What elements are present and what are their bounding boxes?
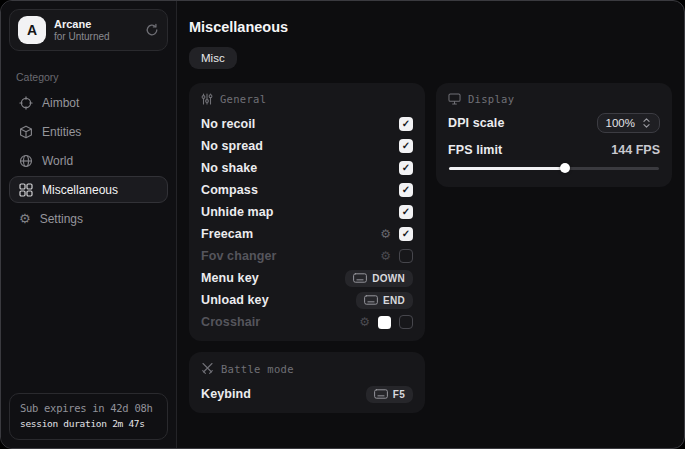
unload-key-button[interactable]: END xyxy=(356,292,413,309)
dpi-scale-select[interactable]: 100% xyxy=(597,113,660,133)
sidebar: A Arcane for Unturned Category Aimbot xyxy=(1,1,177,448)
sidebar-item-miscellaneous[interactable]: Miscellaneous xyxy=(9,176,168,203)
row-label: No spread xyxy=(201,139,399,153)
compass-checkbox[interactable]: ✓ xyxy=(399,183,413,197)
row-label: Crosshair xyxy=(201,315,359,329)
slider-thumb[interactable] xyxy=(560,163,570,173)
sidebar-item-entities[interactable]: Entities xyxy=(9,118,168,145)
left-column: General No recoil ✓ No spread ✓ No shake… xyxy=(189,83,425,413)
fps-limit-slider[interactable] xyxy=(449,161,659,175)
page-title: Miscellaneous xyxy=(189,19,669,35)
fov-changer-checkbox[interactable] xyxy=(399,249,413,263)
sidebar-item-aimbot[interactable]: Aimbot xyxy=(9,89,168,116)
row-no-spread: No spread ✓ xyxy=(201,135,413,157)
brand-avatar: A xyxy=(18,16,46,44)
fov-changer-settings-gear-icon[interactable]: ⚙ xyxy=(380,250,391,262)
brand-card: A Arcane for Unturned xyxy=(9,9,168,51)
battle-mode-panel: Battle mode Keybind F5 xyxy=(189,352,425,413)
row-fov-changer: Fov changer ⚙ xyxy=(201,245,413,267)
gear-icon: ⚙ xyxy=(19,212,31,225)
general-panel-header: General xyxy=(201,93,413,105)
sidebar-item-settings[interactable]: ⚙ Settings xyxy=(9,205,168,232)
sidebar-spacer xyxy=(1,232,176,385)
menu-key-button[interactable]: DOWN xyxy=(345,270,413,287)
keyboard-icon xyxy=(364,295,378,305)
row-label: Freecam xyxy=(201,227,380,241)
panel-columns: General No recoil ✓ No spread ✓ No shake… xyxy=(189,83,669,413)
battle-keybind-button[interactable]: F5 xyxy=(366,386,413,403)
slider-fill xyxy=(449,167,565,170)
keybind-value: END xyxy=(383,295,405,306)
crosshair-settings-gear-icon[interactable]: ⚙ xyxy=(359,316,370,328)
crosshair-icon xyxy=(19,96,33,110)
brand-title: Arcane xyxy=(54,18,137,31)
session-duration-text: session duration 2m 47s xyxy=(20,417,157,431)
no-spread-checkbox[interactable]: ✓ xyxy=(399,139,413,153)
keybind-value: F5 xyxy=(393,389,405,400)
refresh-icon[interactable] xyxy=(145,23,159,37)
row-label: Fov changer xyxy=(201,249,380,263)
main-content: Miscellaneous Misc General xyxy=(177,1,684,448)
row-label: Unhide map xyxy=(201,205,399,219)
crosshair-color-swatch[interactable] xyxy=(378,316,391,329)
row-dpi-scale: DPI scale 100% xyxy=(448,113,660,133)
freecam-checkbox[interactable]: ✓ xyxy=(399,227,413,241)
unhide-map-checkbox[interactable]: ✓ xyxy=(399,205,413,219)
check-icon: ✓ xyxy=(402,163,410,173)
monitor-icon xyxy=(448,93,461,105)
keyboard-icon xyxy=(374,389,388,399)
display-panel: Display DPI scale 100% FPS limit xyxy=(436,83,672,187)
check-icon: ✓ xyxy=(402,119,410,129)
no-recoil-checkbox[interactable]: ✓ xyxy=(399,117,413,131)
row-label: Unload key xyxy=(201,293,356,307)
row-no-shake: No shake ✓ xyxy=(201,157,413,179)
general-panel: General No recoil ✓ No spread ✓ No shake… xyxy=(189,83,425,341)
panel-title: Battle mode xyxy=(221,363,294,375)
row-label: DPI scale xyxy=(448,116,597,130)
dpi-scale-value: 100% xyxy=(606,117,635,129)
sidebar-item-label: Settings xyxy=(40,212,83,226)
row-label: Keybind xyxy=(201,387,366,401)
cube-icon xyxy=(19,125,33,139)
keybind-value: DOWN xyxy=(372,273,405,284)
slider-track xyxy=(449,167,659,170)
sidebar-item-world[interactable]: World xyxy=(9,147,168,174)
check-icon: ✓ xyxy=(402,229,410,239)
crosshair-checkbox[interactable] xyxy=(399,315,413,329)
sub-expires-text: Sub expires in 42d 08h xyxy=(20,401,157,417)
chevrons-up-down-icon xyxy=(642,117,651,129)
row-label: No shake xyxy=(201,161,399,175)
battle-panel-header: Battle mode xyxy=(201,362,413,375)
tab-bar: Misc xyxy=(189,47,669,69)
display-panel-header: Display xyxy=(448,93,660,105)
row-unload-key: Unload key END xyxy=(201,289,413,311)
keyboard-icon xyxy=(353,273,367,283)
freecam-settings-gear-icon[interactable]: ⚙ xyxy=(380,228,391,240)
category-label: Category xyxy=(16,71,176,83)
row-battle-keybind: Keybind F5 xyxy=(201,383,413,405)
globe-icon xyxy=(19,154,33,168)
row-fps-limit: FPS limit 144 FPS xyxy=(448,143,660,157)
sidebar-item-label: Entities xyxy=(42,125,81,139)
tab-misc[interactable]: Misc xyxy=(189,47,237,69)
row-freecam: Freecam ⚙ ✓ xyxy=(201,223,413,245)
app-window: A Arcane for Unturned Category Aimbot xyxy=(0,0,685,449)
no-shake-checkbox[interactable]: ✓ xyxy=(399,161,413,175)
check-icon: ✓ xyxy=(402,185,410,195)
row-label: Menu key xyxy=(201,271,345,285)
row-crosshair: Crosshair ⚙ xyxy=(201,311,413,333)
panel-title: Display xyxy=(468,93,514,105)
sidebar-item-label: World xyxy=(42,154,73,168)
panel-title: General xyxy=(220,93,266,105)
swords-icon xyxy=(201,362,214,375)
subscription-box: Sub expires in 42d 08h session duration … xyxy=(9,393,168,440)
grid-icon xyxy=(19,183,33,197)
row-menu-key: Menu key DOWN xyxy=(201,267,413,289)
right-column: Display DPI scale 100% FPS limit xyxy=(436,83,672,187)
sidebar-item-label: Miscellaneous xyxy=(42,183,118,197)
brand-subtitle: for Unturned xyxy=(54,31,137,43)
check-icon: ✓ xyxy=(402,141,410,151)
fps-limit-value: 144 FPS xyxy=(611,143,660,157)
sidebar-nav: Aimbot Entities World xyxy=(1,89,176,232)
brand-text: Arcane for Unturned xyxy=(54,18,137,42)
